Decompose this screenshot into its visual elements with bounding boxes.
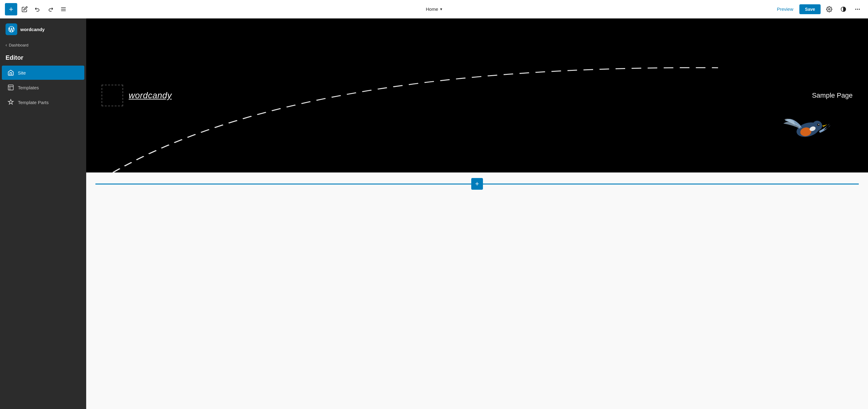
- toolbar: + Home ▾: [0, 0, 868, 19]
- add-block-line-right: [483, 183, 859, 184]
- back-arrow-icon: ‹: [5, 42, 7, 48]
- canvas-body: +: [86, 173, 868, 409]
- more-options-button[interactable]: [852, 4, 863, 15]
- decorative-arc: [86, 19, 868, 173]
- sidebar-item-templates[interactable]: Templates: [2, 80, 84, 94]
- toolbar-right: Preview Save: [774, 4, 863, 15]
- dashboard-label: Dashboard: [9, 43, 29, 48]
- chevron-down-icon: ▾: [440, 7, 442, 11]
- page-title-button[interactable]: Home ▾: [423, 5, 445, 13]
- add-block-button[interactable]: +: [5, 3, 17, 16]
- template-parts-icon: [7, 99, 14, 106]
- svg-point-3: [829, 8, 830, 10]
- sample-page-link: Sample Page: [812, 91, 852, 99]
- templates-icon: [7, 84, 14, 91]
- dashboard-back-link[interactable]: ‹ Dashboard: [0, 40, 86, 52]
- edit-mode-button[interactable]: [19, 4, 30, 15]
- site-logo-area: wordcandy: [101, 85, 172, 106]
- sidebar-item-site-label: Site: [18, 70, 26, 76]
- svg-point-5: [856, 9, 856, 9]
- site-name-canvas: wordcandy: [129, 91, 172, 100]
- svg-point-16: [818, 124, 819, 125]
- bird-svg: [782, 110, 831, 147]
- toolbar-center: Home ▾: [423, 5, 445, 13]
- contrast-button[interactable]: [838, 4, 849, 15]
- sidebar-header: wordcandy: [0, 19, 86, 40]
- preview-button[interactable]: Preview: [774, 5, 796, 13]
- svg-point-7: [859, 9, 860, 9]
- canvas-area: wordcandy Sample Page: [86, 19, 868, 409]
- sidebar-item-templates-label: Templates: [18, 85, 39, 90]
- app-name-label: wordcandy: [20, 27, 44, 32]
- settings-button[interactable]: [824, 4, 835, 15]
- main-layout: wordcandy ‹ Dashboard Editor Site: [0, 19, 868, 409]
- add-block-line-left: [95, 183, 471, 184]
- canvas-header[interactable]: wordcandy Sample Page: [86, 19, 868, 173]
- bird-illustration: [782, 110, 831, 148]
- wordpress-logo: [5, 23, 17, 35]
- toolbar-left: +: [5, 3, 69, 16]
- list-view-button[interactable]: [58, 4, 69, 15]
- site-logo-placeholder: [101, 85, 123, 106]
- sidebar: wordcandy ‹ Dashboard Editor Site: [0, 19, 86, 409]
- redo-button[interactable]: [45, 4, 56, 15]
- sidebar-item-template-parts-label: Template Parts: [18, 100, 49, 105]
- page-title-label: Home: [426, 6, 438, 12]
- save-button[interactable]: Save: [799, 4, 820, 14]
- add-block-row: +: [86, 173, 868, 195]
- svg-rect-8: [8, 85, 13, 90]
- sidebar-nav: Site Templates Template Parts: [0, 66, 86, 110]
- svg-point-6: [857, 9, 858, 9]
- sidebar-item-template-parts[interactable]: Template Parts: [2, 95, 84, 109]
- undo-button[interactable]: [32, 4, 43, 15]
- home-icon: [7, 69, 14, 76]
- editor-title: Editor: [0, 52, 86, 66]
- sidebar-item-site[interactable]: Site: [2, 66, 84, 80]
- insert-block-button[interactable]: +: [471, 178, 483, 190]
